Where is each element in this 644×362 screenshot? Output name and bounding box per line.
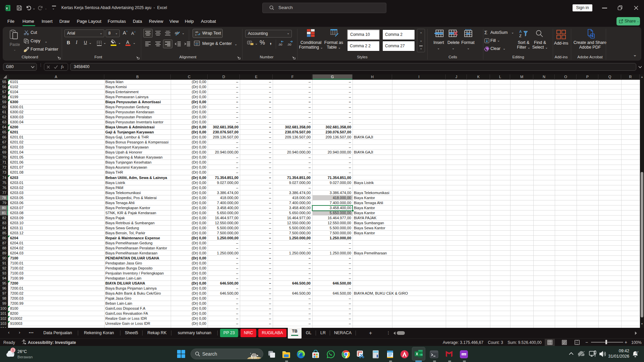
svg-text:A: A	[519, 29, 522, 34]
svg-text:LULBOX: LULBOX	[461, 354, 467, 356]
svg-text:c: c	[195, 33, 197, 36]
svg-text:X: X	[416, 352, 418, 356]
svg-text:z: z	[638, 351, 639, 353]
svg-text:.00: .00	[278, 43, 282, 46]
svg-text:.00: .00	[287, 43, 291, 46]
svg-text:Z: Z	[519, 34, 522, 38]
svg-text:z: z	[636, 352, 637, 354]
svg-text:x: x	[6, 6, 8, 10]
